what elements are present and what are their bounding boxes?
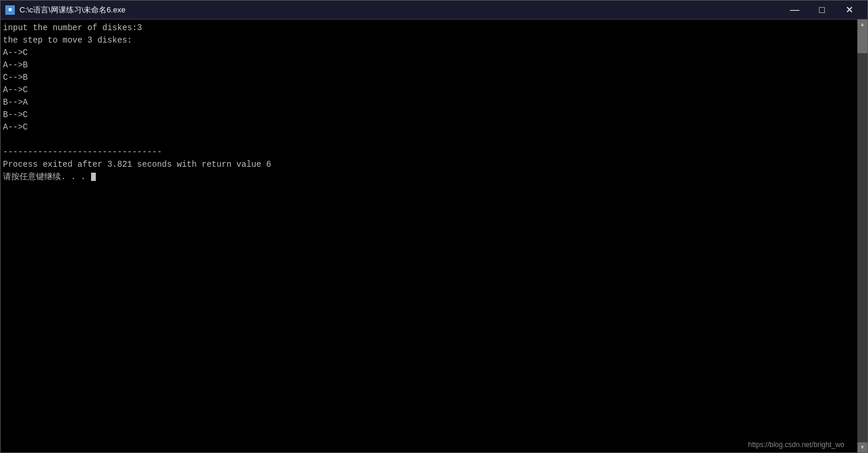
console-separator: -------------------------------- bbox=[3, 146, 855, 158]
scrollbar-thumb[interactable] bbox=[857, 30, 867, 53]
console-line-process: Process exited after 3.821 seconds with … bbox=[3, 158, 855, 171]
console-line-7: B-->A bbox=[3, 96, 855, 109]
scrollbar-arrow-down[interactable]: ▼ bbox=[857, 442, 867, 452]
console-line-6: A-->C bbox=[3, 84, 855, 96]
watermark: https://blog.csdn.net/bright_wo bbox=[748, 441, 844, 449]
console-line-9: A-->C bbox=[3, 121, 855, 134]
title-bar: ■ C:\c语言\网课练习\未命名6.exe — □ ✕ bbox=[1, 1, 867, 20]
console-line-5: C-->B bbox=[3, 72, 855, 84]
console-line-4: A-->B bbox=[3, 59, 855, 72]
maximize-button[interactable]: □ bbox=[808, 1, 835, 20]
scrollbar[interactable]: ▲ ▼ bbox=[857, 20, 867, 452]
console-line-8: B-->C bbox=[3, 109, 855, 121]
console-line-2: the step to move 3 diskes: bbox=[3, 34, 855, 47]
window: ■ C:\c语言\网课练习\未命名6.exe — □ ✕ input the n… bbox=[0, 0, 868, 453]
scrollbar-arrow-up[interactable]: ▲ bbox=[857, 20, 867, 30]
minimize-button[interactable]: — bbox=[781, 1, 808, 20]
console-line-10 bbox=[3, 134, 855, 146]
window-icon: ■ bbox=[5, 5, 15, 15]
scrollbar-track[interactable] bbox=[857, 30, 867, 442]
console-line-3: A-->C bbox=[3, 47, 855, 59]
cursor bbox=[91, 173, 96, 181]
console-content: input the number of diskes:3 the step to… bbox=[1, 20, 857, 452]
console-area: input the number of diskes:3 the step to… bbox=[1, 20, 867, 452]
window-title: C:\c语言\网课练习\未命名6.exe bbox=[20, 5, 781, 15]
console-line-continue: 请按任意键继续. . . bbox=[3, 171, 855, 183]
window-controls: — □ ✕ bbox=[781, 1, 863, 20]
console-line-1: input the number of diskes:3 bbox=[3, 22, 855, 34]
close-button[interactable]: ✕ bbox=[835, 1, 863, 20]
